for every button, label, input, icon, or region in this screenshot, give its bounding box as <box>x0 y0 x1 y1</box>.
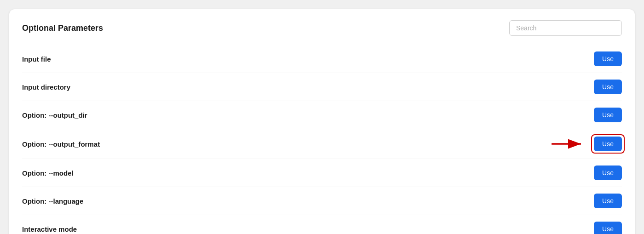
param-label-model: Option: --model <box>22 169 74 177</box>
param-row-input-file: Input fileUse <box>22 45 622 73</box>
use-button-output-format[interactable]: Use <box>594 137 622 151</box>
param-label-output-dir: Option: --output_dir <box>22 111 87 119</box>
optional-parameters-card: Optional Parameters Input fileUseInput d… <box>9 9 635 234</box>
param-row-interactive-mode: Interactive modeUse <box>22 215 622 234</box>
param-row-output-format: Option: --output_format Use <box>22 129 622 159</box>
card-title: Optional Parameters <box>22 23 103 33</box>
param-label-language: Option: --language <box>22 197 83 205</box>
use-button-model[interactable]: Use <box>594 166 622 180</box>
use-button-input-file[interactable]: Use <box>594 51 622 66</box>
param-row-right-output-format: Use <box>550 136 622 152</box>
search-input[interactable] <box>509 20 622 36</box>
use-button-output-dir[interactable]: Use <box>594 108 622 122</box>
use-btn-wrapper-output-format: Use <box>594 137 622 151</box>
param-label-input-directory: Input directory <box>22 83 70 91</box>
param-row-right-output-dir: Use <box>594 108 622 122</box>
use-button-interactive-mode[interactable]: Use <box>594 222 622 234</box>
use-button-language[interactable]: Use <box>594 194 622 208</box>
param-label-interactive-mode: Interactive mode <box>22 225 77 233</box>
param-row-input-directory: Input directoryUse <box>22 73 622 101</box>
param-row-model: Option: --modelUse <box>22 159 622 187</box>
param-label-output-format: Option: --output_format <box>22 140 100 148</box>
params-list: Input fileUseInput directoryUseOption: -… <box>22 45 622 234</box>
use-button-input-directory[interactable]: Use <box>594 80 622 94</box>
param-row-right-input-directory: Use <box>594 80 622 94</box>
param-row-right-model: Use <box>594 166 622 180</box>
card-header: Optional Parameters <box>22 20 622 36</box>
param-row-right-input-file: Use <box>594 51 622 66</box>
param-row-right-interactive-mode: Use <box>594 222 622 234</box>
arrow-icon <box>550 136 586 152</box>
param-row-output-dir: Option: --output_dirUse <box>22 101 622 129</box>
param-row-right-language: Use <box>594 194 622 208</box>
param-label-input-file: Input file <box>22 55 51 63</box>
annotation-arrow <box>550 136 586 152</box>
param-row-language: Option: --languageUse <box>22 187 622 215</box>
